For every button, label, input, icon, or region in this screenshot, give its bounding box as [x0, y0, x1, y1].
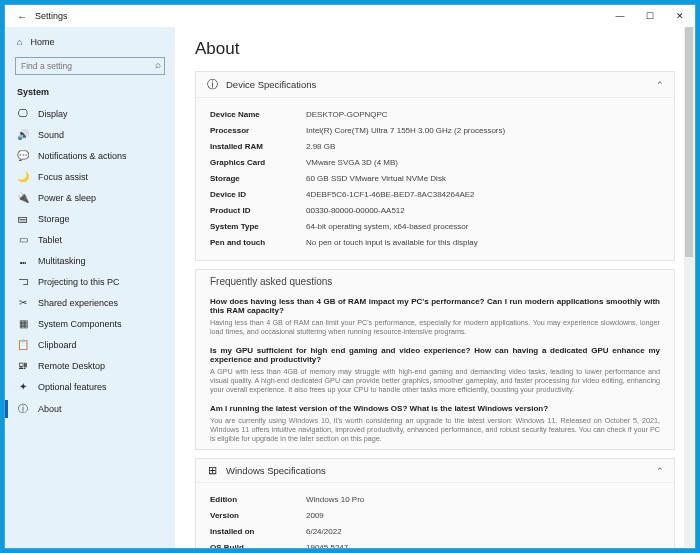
nav-icon: 🔌 [17, 192, 29, 203]
home-label: Home [30, 37, 54, 47]
nav-label: Optional features [38, 382, 107, 392]
nav-icon: ▭ [17, 234, 29, 245]
spec-key: Pen and touch [210, 238, 306, 247]
sidebar-item-tablet[interactable]: ▭Tablet [5, 229, 175, 250]
nav-icon: ⑉ [17, 255, 29, 266]
spec-key: Installed on [210, 527, 306, 536]
faq-item: Am I running the latest version of the W… [196, 400, 674, 449]
sidebar-item-storage[interactable]: 🖴Storage [5, 208, 175, 229]
faq-section: Frequently asked questions How does havi… [195, 269, 675, 450]
home-icon: ⌂ [17, 37, 22, 47]
sidebar-item-system-components[interactable]: ▦System Components [5, 313, 175, 334]
faq-answer: Having less than 4 GB of RAM can limit y… [210, 318, 660, 336]
sidebar-section-title: System [5, 83, 175, 103]
nav-label: Storage [38, 214, 70, 224]
scrollbar-track[interactable] [684, 27, 694, 547]
spec-value: 64-bit operating system, x64-based proce… [306, 222, 468, 231]
spec-value: Windows 10 Pro [306, 495, 364, 504]
spec-key: Edition [210, 495, 306, 504]
chevron-up-icon: ⌃ [656, 466, 664, 476]
spec-row: Device NameDESKTOP-GOPNQPC [210, 106, 660, 122]
faq-item: Is my GPU sufficient for high end gaming… [196, 342, 674, 400]
maximize-button[interactable]: ☐ [635, 5, 665, 27]
spec-key: Device ID [210, 190, 306, 199]
sidebar-item-display[interactable]: 🖵Display [5, 103, 175, 124]
nav-icon: 🔊 [17, 129, 29, 140]
spec-key: OS Build [210, 543, 306, 549]
spec-value: 2.98 GB [306, 142, 335, 151]
home-button[interactable]: ⌂ Home [5, 31, 175, 53]
spec-key: System Type [210, 222, 306, 231]
nav-icon: ✦ [17, 381, 29, 392]
nav-label: Remote Desktop [38, 361, 105, 371]
page-title: About [195, 39, 675, 59]
spec-value: 19045.5247 [306, 543, 348, 549]
nav-label: Multitasking [38, 256, 86, 266]
spec-row: Pen and touchNo pen or touch input is av… [210, 234, 660, 250]
sidebar-item-about[interactable]: ⓘAbout [5, 397, 175, 421]
spec-row: OS Build19045.5247 [210, 539, 660, 548]
sidebar-item-clipboard[interactable]: 📋Clipboard [5, 334, 175, 355]
spec-value: 60 GB SSD VMware Virtual NVMe Disk [306, 174, 446, 183]
info-icon: ⓘ [206, 77, 218, 92]
faq-question: Is my GPU sufficient for high end gaming… [210, 346, 660, 364]
nav-label: Notifications & actions [38, 151, 127, 161]
device-spec-section: ⓘ Device Specifications ⌃ Device NameDES… [195, 71, 675, 261]
nav-label: About [38, 404, 62, 414]
nav-icon: 💬 [17, 150, 29, 161]
search-icon: ⌕ [155, 59, 161, 70]
device-spec-header-label: Device Specifications [226, 79, 316, 90]
sidebar-item-focus-assist[interactable]: 🌙Focus assist [5, 166, 175, 187]
minimize-button[interactable]: — [605, 5, 635, 27]
sidebar-item-notifications-actions[interactable]: 💬Notifications & actions [5, 145, 175, 166]
nav-icon: ▦ [17, 318, 29, 329]
settings-search-input[interactable] [15, 57, 165, 75]
sidebar-item-sound[interactable]: 🔊Sound [5, 124, 175, 145]
faq-question: How does having less than 4 GB of RAM im… [210, 297, 660, 315]
spec-value: VMware SVGA 3D (4 MB) [306, 158, 398, 167]
spec-row: Graphics CardVMware SVGA 3D (4 MB) [210, 154, 660, 170]
spec-row: Installed on6/24/2022 [210, 523, 660, 539]
sidebar-item-shared-experiences[interactable]: ✂Shared experiences [5, 292, 175, 313]
spec-row: System Type64-bit operating system, x64-… [210, 218, 660, 234]
sidebar-item-projecting-to-this-pc[interactable]: ⫎Projecting to this PC [5, 271, 175, 292]
spec-key: Storage [210, 174, 306, 183]
spec-value: 4DEBF5C6-1CF1-46BE-BED7-8AC384264AE2 [306, 190, 475, 199]
spec-row: Installed RAM2.98 GB [210, 138, 660, 154]
nav-icon: 🖴 [17, 213, 29, 224]
spec-row: Device ID4DEBF5C6-1CF1-46BE-BED7-8AC3842… [210, 186, 660, 202]
faq-question: Am I running the latest version of the W… [210, 404, 660, 413]
faq-answer: You are currently using Windows 10, it's… [210, 416, 660, 443]
faq-item: How does having less than 4 GB of RAM im… [196, 293, 674, 342]
settings-window: ← Settings — ☐ ✕ ⌂ Home ⌕ System 🖵Displa… [4, 4, 696, 549]
nav-icon: 🖳 [17, 360, 29, 371]
sidebar-item-optional-features[interactable]: ✦Optional features [5, 376, 175, 397]
nav-label: Clipboard [38, 340, 77, 350]
spec-value: 2009 [306, 511, 324, 520]
chevron-up-icon: ⌃ [656, 80, 664, 90]
spec-key: Product ID [210, 206, 306, 215]
spec-value: 6/24/2022 [306, 527, 342, 536]
sidebar-item-remote-desktop[interactable]: 🖳Remote Desktop [5, 355, 175, 376]
nav-icon: ✂ [17, 297, 29, 308]
sidebar-item-power-sleep[interactable]: 🔌Power & sleep [5, 187, 175, 208]
nav-label: Display [38, 109, 68, 119]
titlebar: ← Settings — ☐ ✕ [5, 5, 695, 27]
spec-row: Product ID00330-80000-00000-AA512 [210, 202, 660, 218]
windows-spec-header-label: Windows Specifications [226, 465, 326, 476]
back-icon[interactable]: ← [17, 11, 27, 22]
sidebar-item-multitasking[interactable]: ⑉Multitasking [5, 250, 175, 271]
spec-row: Version2009 [210, 507, 660, 523]
windows-spec-header[interactable]: ⊞ Windows Specifications ⌃ [196, 459, 674, 483]
scrollbar-thumb[interactable] [685, 27, 693, 257]
nav-label: Shared experiences [38, 298, 118, 308]
window-title: Settings [35, 11, 68, 21]
faq-answer: A GPU with less than 4GB of memory may s… [210, 367, 660, 394]
device-spec-header[interactable]: ⓘ Device Specifications ⌃ [196, 72, 674, 98]
close-button[interactable]: ✕ [665, 5, 695, 27]
nav-icon: ⓘ [17, 402, 29, 416]
nav-label: Tablet [38, 235, 62, 245]
windows-spec-section: ⊞ Windows Specifications ⌃ EditionWindow… [195, 458, 675, 548]
spec-value: Intel(R) Core(TM) Ultra 7 155H 3.00 GHz … [306, 126, 505, 135]
spec-value: 00330-80000-00000-AA512 [306, 206, 405, 215]
